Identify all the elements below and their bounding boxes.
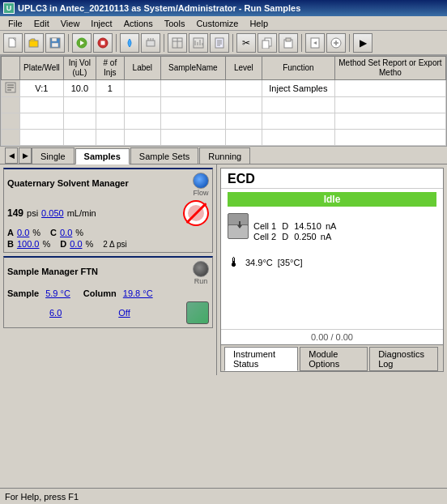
qsm-d-unit: % (86, 239, 94, 249)
stop-button[interactable] (93, 33, 113, 53)
ecd-cell1-row: Cell 1 D 14.510 nA Cell 2 D 0.250 nA (228, 213, 436, 249)
menu-edit[interactable]: Edit (29, 18, 54, 29)
menu-actions[interactable]: Actions (119, 18, 158, 29)
smgr-title: Sample Manager FTN (7, 267, 98, 276)
cell-numinjs[interactable]: 1 (96, 80, 124, 97)
col-function: Function (262, 57, 334, 80)
qsm-b-val[interactable]: 100.0 (17, 239, 40, 249)
tab-scroll-left[interactable]: ◀ (5, 147, 18, 164)
toolbar-sep-5 (301, 34, 302, 52)
menu-bar: File Edit View Inject Actions Tools Cust… (0, 16, 447, 31)
qsm-a-unit: % (32, 228, 40, 237)
smgr-panel: Sample Manager FTN Run Sample 5.9 °C Col… (3, 256, 213, 328)
svg-rect-3 (52, 38, 57, 41)
cell-samplename[interactable] (160, 80, 225, 97)
menu-view[interactable]: View (56, 18, 85, 29)
ecd-status: Idle (228, 192, 436, 207)
qsm-d-val[interactable]: 0.0 (70, 239, 82, 249)
qsm-flowrate[interactable]: 0.050 (41, 208, 64, 218)
scissors-button[interactable]: ✂ (236, 33, 256, 53)
export-button[interactable] (326, 33, 346, 53)
new-button[interactable] (3, 33, 23, 53)
qsm-psi-val: 149 (7, 207, 23, 219)
menu-inject[interactable]: Inject (86, 18, 117, 29)
qsm-a-val[interactable]: 0.0 (17, 228, 29, 237)
tab-module-options[interactable]: Module Options (300, 347, 368, 371)
smgr-column-off-val[interactable]: Off (118, 308, 130, 318)
qsm-c-unit: % (75, 228, 83, 237)
title-bar: U UPLC3 in Antec_20210113 as System/Admi… (0, 0, 447, 16)
svg-rect-4 (52, 43, 58, 47)
col-label: Label (124, 57, 160, 80)
plate-image (186, 301, 209, 324)
toolbar-sep-3 (164, 34, 164, 52)
qsm-d-label: D (60, 239, 66, 249)
tab-instrument-status[interactable]: Instrument Status (224, 347, 298, 371)
cell-label[interactable] (124, 80, 160, 97)
toolbar-sep-2 (116, 34, 117, 52)
smgr-content: Sample 5.9 °C Column 19.8 °C 6.0 Off (7, 288, 209, 324)
flow-circle-icon (193, 173, 209, 189)
run-icon[interactable]: Run (193, 261, 209, 285)
cell-function[interactable]: Inject Samples (262, 80, 334, 97)
copy-button[interactable] (258, 33, 277, 53)
table-row-empty-3 (2, 113, 446, 130)
svg-rect-29 (286, 38, 291, 41)
cell-injvol[interactable]: 10.0 (63, 80, 96, 97)
water-button[interactable] (120, 33, 139, 53)
menu-customize[interactable]: Customize (191, 18, 243, 29)
flow-icon[interactable]: Flow (193, 173, 209, 197)
col-samplename: SampleName (160, 57, 225, 80)
qsm-c-val[interactable]: 0.0 (60, 228, 72, 237)
svg-rect-21 (215, 38, 224, 48)
tab-samplesets[interactable]: Sample Sets (130, 147, 198, 164)
tab-scroll-right[interactable]: ▶ (19, 147, 32, 164)
ecd-cells: Cell 1 D 14.510 nA Cell 2 D 0.250 nA (221, 210, 443, 252)
title-text: UPLC3 in Antec_20210113 as System/Admini… (18, 3, 300, 13)
col-edit (2, 57, 20, 80)
cell-plate[interactable]: V:1 (20, 80, 64, 97)
bottom-tabs-bar: Instrument Status Module Options Diagnos… (221, 344, 443, 371)
bottom-area: Quaternary Solvent Manager Flow 149 psi … (0, 164, 447, 375)
menu-tools[interactable]: Tools (160, 18, 190, 29)
import-button[interactable] (305, 33, 325, 53)
qsm-ab-row: A 0.0 % C 0.0 % (7, 228, 209, 237)
table-row-empty-2 (2, 97, 446, 113)
method-button[interactable] (210, 33, 229, 53)
purge-button[interactable] (141, 33, 160, 53)
menu-file[interactable]: File (3, 18, 28, 29)
tab-running[interactable]: Running (199, 147, 250, 164)
smgr-column-temp[interactable]: 19.8 °C (123, 288, 153, 298)
more-button[interactable]: ▶ (353, 33, 372, 53)
right-panel: ECD Idle Cell 1 D 14.510 nA (217, 164, 447, 375)
qsm-panel: Quaternary Solvent Manager Flow 149 psi … (3, 168, 213, 253)
tab-samples[interactable]: Samples (75, 148, 130, 164)
tab-scroll-arrows: ◀ ▶ (5, 147, 32, 164)
menu-help[interactable]: Help (245, 18, 273, 29)
row-2-plate[interactable] (20, 97, 64, 113)
app-icon: U (3, 2, 15, 14)
tab-single[interactable]: Single (32, 147, 74, 164)
col-plate: Plate/Well (20, 57, 64, 80)
qsm-b-label: B (7, 239, 14, 249)
ecd-temp-setpoint: [35°C] (278, 258, 303, 267)
cell-methodset[interactable] (334, 80, 445, 97)
col-numinjs: # of Injs (96, 57, 124, 80)
ecd-progress: 0.00 / 0.00 (221, 329, 443, 344)
qsm-content: 149 psi 0.050 mL/min A 0.0 % C 0.0 (7, 200, 209, 249)
ecd-cell-values: Cell 1 D 14.510 nA Cell 2 D 0.250 nA (253, 221, 336, 241)
tab-diagnostics-log[interactable]: Diagnostics Log (369, 347, 438, 371)
svg-rect-9 (147, 41, 155, 46)
table-button[interactable] (168, 33, 187, 53)
run-button[interactable] (72, 33, 92, 53)
col-level: Level (225, 57, 262, 80)
qsm-title: Quaternary Solvent Manager (7, 178, 129, 188)
row-edit-icon[interactable] (2, 80, 20, 97)
smgr-sample-num[interactable]: 6.0 (49, 308, 62, 318)
smgr-sample-temp[interactable]: 5.9 °C (45, 288, 70, 298)
cell-level[interactable] (225, 80, 262, 97)
chart-button[interactable] (189, 33, 208, 53)
paste-button[interactable] (279, 33, 298, 53)
save-button[interactable] (45, 33, 65, 53)
open-button[interactable] (24, 33, 44, 53)
